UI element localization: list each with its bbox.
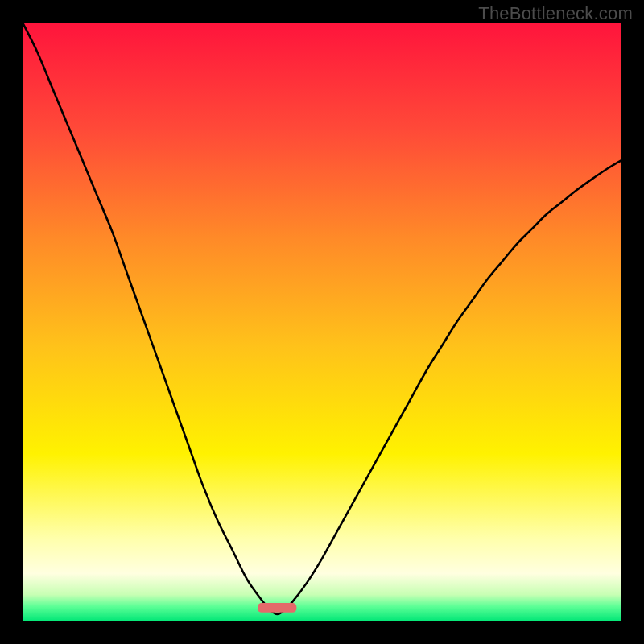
plot-area	[23, 23, 621, 621]
vertex-marker	[258, 603, 296, 613]
chart-svg	[23, 23, 621, 621]
watermark-text: TheBottleneck.com	[478, 3, 633, 24]
gradient-background	[23, 23, 621, 621]
chart-frame: TheBottleneck.com	[0, 0, 644, 644]
